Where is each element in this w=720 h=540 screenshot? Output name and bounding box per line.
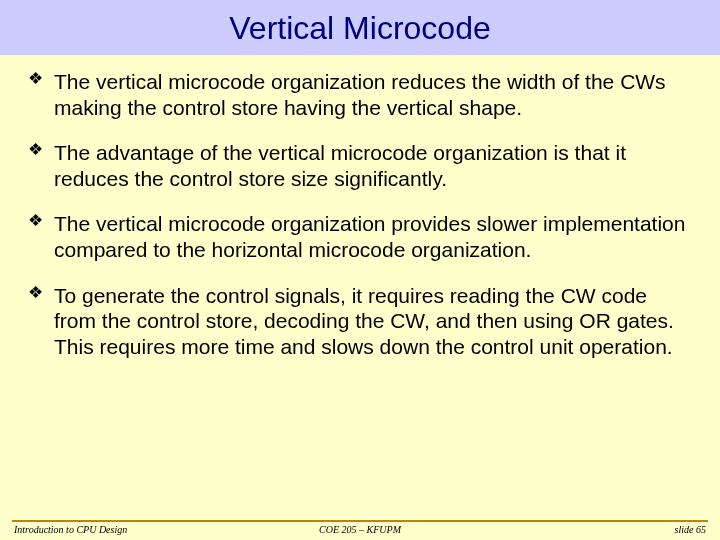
diamond-bullet-icon: [30, 287, 46, 303]
bullet-text: The advantage of the vertical microcode …: [54, 140, 690, 191]
footer-left: Introduction to CPU Design: [14, 524, 127, 535]
bullet-text: The vertical microcode organization redu…: [54, 69, 690, 120]
bullet-item: To generate the control signals, it requ…: [30, 283, 690, 360]
bullet-item: The advantage of the vertical microcode …: [30, 140, 690, 191]
bullet-text: To generate the control signals, it requ…: [54, 283, 690, 360]
diamond-bullet-icon: [30, 215, 46, 231]
slide-title: Vertical Microcode: [0, 10, 720, 47]
diamond-bullet-icon: [30, 144, 46, 160]
footer: Introduction to CPU Design COE 205 – KFU…: [0, 520, 720, 540]
bullet-item: The vertical microcode organization prov…: [30, 211, 690, 262]
bullet-text: The vertical microcode organization prov…: [54, 211, 690, 262]
bullet-item: The vertical microcode organization redu…: [30, 69, 690, 120]
footer-divider: [12, 520, 708, 522]
footer-right: slide 65: [675, 524, 706, 535]
footer-center: COE 205 – KFUPM: [319, 524, 401, 535]
diamond-bullet-icon: [30, 73, 46, 89]
content-area: The vertical microcode organization redu…: [0, 55, 720, 359]
title-bar: Vertical Microcode: [0, 0, 720, 55]
